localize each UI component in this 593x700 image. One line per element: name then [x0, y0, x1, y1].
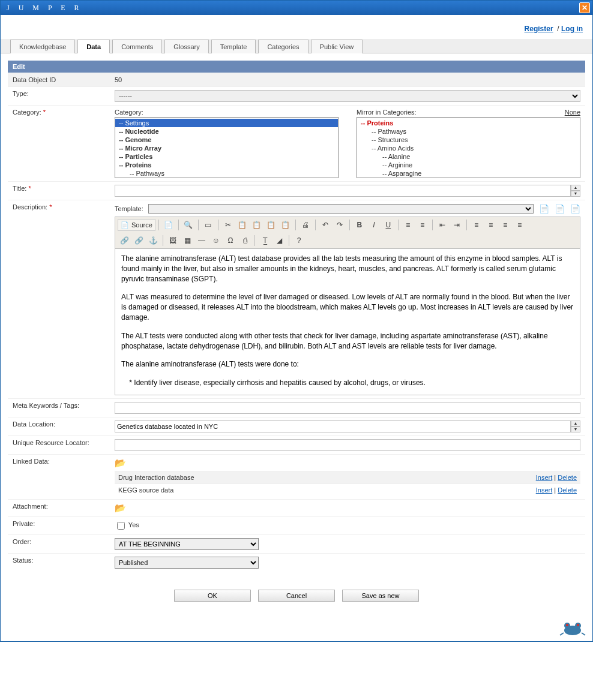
mir-opt-alanine[interactable]: -- Alanine — [357, 152, 580, 161]
ol-icon[interactable]: ≡ — [402, 219, 415, 231]
cancel-button[interactable]: Cancel — [258, 590, 335, 602]
row-data-location: Data Location: ▲▼ — [8, 417, 585, 436]
undo-icon[interactable]: ↶ — [319, 219, 332, 231]
tab-categories[interactable]: Categories — [258, 40, 308, 53]
linked-delete-1[interactable]: Delete — [558, 486, 577, 494]
data-location-input[interactable] — [115, 420, 571, 432]
unlink-icon[interactable]: 🔗 — [132, 235, 145, 247]
underline-icon[interactable]: U — [382, 219, 395, 231]
tab-knowledgebase[interactable]: Knowledgebase — [10, 40, 75, 53]
ok-button[interactable]: OK — [174, 590, 251, 602]
template-add-icon[interactable]: 📄 — [570, 203, 580, 214]
paste-text-icon[interactable]: 📋 — [265, 219, 278, 231]
mir-opt-arginine[interactable]: -- Arginine — [357, 161, 580, 169]
bold-icon[interactable]: B — [353, 219, 366, 231]
mirror-listbox[interactable]: -- Proteins -- Pathways -- Structures --… — [357, 117, 580, 178]
paste-word-icon[interactable]: 📋 — [279, 219, 292, 231]
cat-opt-particles[interactable]: -- Particles — [115, 152, 338, 161]
save-as-new-button[interactable]: Save as new — [342, 590, 419, 602]
mir-opt-amino-acids[interactable]: -- Amino Acids — [357, 144, 580, 152]
cat-opt-micro-array[interactable]: -- Micro Array — [115, 144, 338, 152]
login-link[interactable]: Log in — [561, 25, 583, 33]
bgcolor-icon[interactable]: ◢ — [272, 235, 286, 247]
none-link[interactable]: None — [565, 109, 580, 116]
source-button[interactable]: 📄 Source — [118, 219, 155, 231]
private-checkbox[interactable] — [117, 522, 125, 530]
italic-icon[interactable]: I — [367, 219, 381, 231]
template-save-icon[interactable]: 📄 — [554, 203, 565, 214]
linked-insert-0[interactable]: Insert — [536, 474, 553, 481]
template-select[interactable] — [148, 204, 534, 214]
textcolor-icon[interactable]: T̲ — [258, 235, 271, 247]
outdent-icon[interactable]: ⇤ — [436, 219, 449, 231]
editor-body[interactable]: The alanine aminotransferase (ALT) test … — [115, 249, 580, 395]
hr-icon[interactable]: — — [195, 235, 208, 247]
align-left-icon[interactable]: ≡ — [470, 219, 483, 231]
row-linked-data: Linked Data: 📂 Drug Interaction database… — [8, 455, 585, 500]
redo-icon[interactable]: ↷ — [333, 219, 346, 231]
linked-row-1: KEGG source data Insert | Delete — [115, 484, 580, 497]
align-center-icon[interactable]: ≡ — [484, 219, 498, 231]
order-select[interactable]: AT THE BEGINNING — [115, 538, 259, 550]
data-location-spin[interactable]: ▲▼ — [571, 420, 580, 432]
row-url: Unique Resource Locator: — [8, 436, 585, 455]
tab-template[interactable]: Template — [211, 40, 256, 53]
anchor-icon[interactable]: ⚓ — [146, 235, 160, 247]
linked-data-browse-icon[interactable]: 📂 — [115, 458, 126, 468]
table-icon[interactable]: ▦ — [181, 235, 194, 247]
template-load-icon[interactable]: 📄 — [538, 203, 549, 214]
cat-opt-pathways[interactable]: -- Pathways — [115, 169, 338, 178]
register-link[interactable]: Register — [525, 25, 553, 33]
indent-icon[interactable]: ⇥ — [450, 219, 463, 231]
type-select[interactable]: ------ — [115, 90, 580, 102]
mir-opt-proteins[interactable]: -- Proteins — [357, 119, 580, 127]
ul-icon[interactable]: ≡ — [416, 219, 429, 231]
print-icon[interactable]: 🖨 — [299, 219, 312, 231]
paste-icon[interactable]: 📋 — [250, 219, 263, 231]
cut-icon[interactable]: ✂ — [221, 219, 235, 231]
mir-opt-asparagine[interactable]: -- Asparagine — [357, 169, 580, 178]
desc-p5: * Identify liver disease, especially cir… — [121, 378, 574, 388]
tab-public-view[interactable]: Public View — [311, 40, 363, 53]
row-status: Status: Published — [8, 554, 585, 572]
align-right-icon[interactable]: ≡ — [499, 219, 512, 231]
row-meta-keywords: Meta Keywords / Tags: — [8, 399, 585, 417]
tab-data[interactable]: Data — [77, 40, 110, 53]
cat-opt-genome[interactable]: -- Genome — [115, 136, 338, 144]
cat-opt-settings[interactable]: -- Settings — [115, 119, 338, 127]
status-select[interactable]: Published — [115, 557, 259, 569]
tab-glossary[interactable]: Glossary — [164, 40, 208, 53]
cat-opt-proteins[interactable]: -- Proteins — [115, 161, 338, 169]
close-button[interactable]: ✕ — [579, 2, 590, 13]
pagebreak-icon[interactable]: ⎙ — [238, 235, 251, 247]
label-type: Type: — [8, 87, 110, 106]
mir-opt-structures[interactable]: -- Structures — [357, 136, 580, 144]
title-input[interactable] — [115, 185, 571, 197]
desc-p3: The ALT tests were conducted along with … — [121, 331, 574, 351]
titlebar: J U M P E R ✕ — [1, 1, 592, 15]
url-input[interactable] — [115, 439, 580, 451]
specialchar-icon[interactable]: Ω — [224, 235, 237, 247]
mir-opt-pathways[interactable]: -- Pathways — [357, 127, 580, 136]
category-listbox[interactable]: -- Settings -- Nucleotide -- Genome -- M… — [115, 117, 339, 178]
link-icon[interactable]: 🔗 — [118, 235, 131, 247]
select-all-icon[interactable]: ▭ — [202, 219, 215, 231]
meta-keywords-input[interactable] — [115, 402, 580, 414]
title-spin[interactable]: ▲▼ — [571, 185, 580, 197]
newpage-icon[interactable]: 📄 — [162, 219, 175, 231]
linked-insert-1[interactable]: Insert — [536, 486, 553, 494]
help-icon[interactable]: ? — [292, 235, 306, 247]
align-justify-icon[interactable]: ≡ — [513, 219, 526, 231]
tab-comments[interactable]: Comments — [112, 40, 162, 53]
cat-opt-nucleotide[interactable]: -- Nucleotide — [115, 127, 338, 136]
label-private: Private: — [8, 517, 110, 535]
preview-icon[interactable]: 🔍 — [182, 219, 195, 231]
row-title: Title: * ▲▼ — [8, 182, 585, 200]
attachment-browse-icon[interactable]: 📂 — [115, 503, 126, 513]
copy-icon[interactable]: 📋 — [236, 219, 249, 231]
image-icon[interactable]: 🖼 — [166, 235, 179, 247]
smiley-icon[interactable]: ☺ — [209, 235, 223, 247]
row-private: Private: Yes — [8, 517, 585, 535]
linked-delete-0[interactable]: Delete — [558, 474, 577, 481]
desc-p2: ALT was measured to determine the level … — [121, 292, 574, 322]
